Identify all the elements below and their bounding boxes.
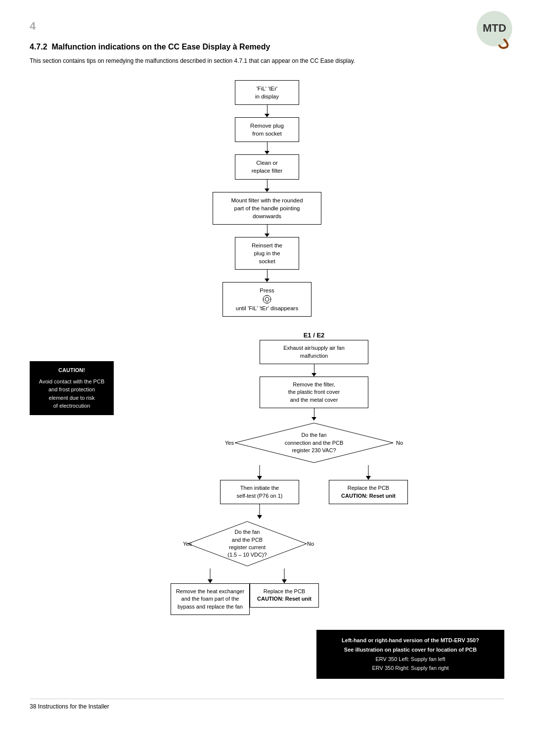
no-arrow1: [324, 465, 413, 480]
section-description: This section contains tips on remedying …: [30, 56, 504, 65]
e1e2-connector2: [312, 408, 316, 421]
connector2: [265, 142, 269, 154]
svg-text:MTD: MTD: [483, 22, 506, 34]
connector3: [265, 180, 269, 192]
caution-text: Avoid contact with the PCBand frost prot…: [36, 378, 108, 410]
info-line1: Left-hand or right-hand version of the M…: [324, 636, 496, 645]
node-fil-ter: 'FiL' 'tEr'in display: [235, 80, 299, 105]
svg-marker-12: [257, 515, 262, 519]
node-remove-covers: Remove the filter,the plastic front cove…: [260, 377, 368, 408]
diamond2-branches: Remove the heat exchangerand the foam pa…: [176, 568, 314, 615]
diamond1-text: Do the fanconnection and the PCBregister…: [285, 431, 344, 454]
node-replace-pcb2: Replace the PCBCAUTION: Reset unit: [250, 583, 319, 608]
info-line2: See illustration on plastic cover for lo…: [324, 645, 496, 655]
node-remove-plug: Remove plugfrom socket: [235, 117, 299, 142]
page-number: 4: [30, 20, 504, 33]
section-number: 4.7.2: [30, 43, 47, 51]
diamond1-container: Do the fanconnection and the PCBregister…: [215, 421, 413, 465]
node-e1e2-desc: Exhaust air/supply air fanmalfunction: [260, 340, 368, 364]
svg-marker-19: [366, 476, 371, 480]
footer: 38 Instructions for the Installer: [30, 699, 504, 710]
info-line4: ERV 350 Right: Supply fan right: [324, 663, 496, 673]
connector4: [265, 225, 269, 237]
diamond2-text: Do the fanand the PCBregister current(1.…: [227, 528, 267, 559]
node-heat-exchanger: Remove the heat exchangerand the foam pa…: [171, 583, 250, 615]
diamond1-no-label: No: [396, 440, 403, 446]
section-header: 4.7.2 Malfunction indications on the CC …: [30, 43, 504, 65]
e1e2-connector1: [312, 364, 316, 377]
diamond1-branches: Then initiate theself-test (P76 on 1) Do…: [215, 465, 413, 615]
node-e1e2-title: E1 / E2: [304, 331, 325, 339]
info-box-mtd: Left-hand or right-hand version of the M…: [316, 630, 504, 679]
diamond2-container: Do the fanand the PCBregister current(1.…: [183, 519, 312, 568]
mtd-logo: MTD: [475, 10, 514, 49]
svg-point-2: [263, 295, 271, 303]
svg-marker-17: [282, 579, 287, 583]
no-branch2: Replace the PCBCAUTION: Reset unit: [255, 568, 314, 608]
node-self-test: Then initiate theself-test (P76 on 1): [220, 480, 299, 504]
svg-marker-15: [208, 579, 213, 583]
caution-title: CAUTION!: [36, 366, 108, 375]
yes2-arrow: [185, 568, 235, 583]
no-branch1: Replace the PCBCAUTION: Reset unit: [324, 465, 413, 504]
connector5: [265, 270, 269, 282]
footer-text: 38 Instructions for the Installer: [30, 703, 109, 710]
no2-arrow: [265, 568, 304, 583]
node-press-button: Press until 'FiL' 'tEr' disappears: [222, 282, 312, 317]
caution-pcb-box: CAUTION! Avoid contact with the PCBand f…: [30, 361, 114, 415]
svg-marker-10: [257, 476, 262, 480]
e1e2-flow: E1 / E2 Exhaust air/supply air fanmalfun…: [124, 331, 504, 679]
yes-arrow1: [215, 465, 304, 480]
node-clean-filter: Clean orreplace filter: [235, 154, 299, 179]
node-replace-pcb1: Replace the PCBCAUTION: Reset unit: [329, 480, 408, 504]
yes-branch2: Remove the heat exchangerand the foam pa…: [176, 568, 245, 615]
diamond2-no-label: No: [307, 541, 314, 547]
diamond1-yes-label: Yes: [225, 440, 234, 446]
node-mount-filter: Mount filter with the roundedpart of the…: [213, 192, 321, 225]
diamond2-yes-label: Yes: [183, 541, 192, 547]
node-reinsert-plug: Reinsert theplug in thesocket: [235, 237, 299, 270]
info-line3: ERV 350 Left: Supply fan left: [324, 655, 496, 664]
flowchart-fil-ter: 'FiL' 'tEr'in display Remove plugfrom so…: [30, 80, 504, 317]
section-title-text: Malfunction indications on the CC Ease D…: [51, 43, 270, 51]
self-test-arrow: [220, 504, 299, 519]
svg-point-3: [265, 297, 269, 301]
connector1: [265, 105, 269, 117]
yes-branch1: Then initiate theself-test (P76 on 1) Do…: [215, 465, 304, 615]
